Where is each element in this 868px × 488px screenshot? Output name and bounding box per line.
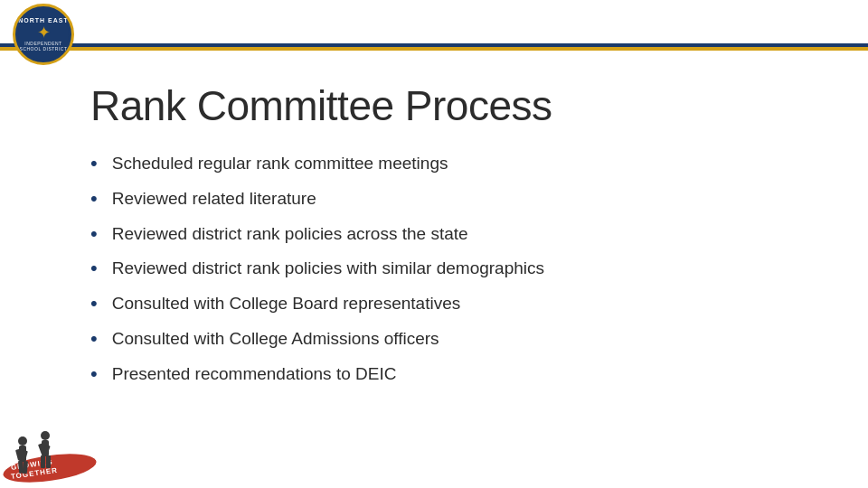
svg-rect-13 xyxy=(41,455,45,468)
bullet-icon: • xyxy=(90,290,98,318)
list-item: • Reviewed district rank policies with s… xyxy=(90,257,814,283)
list-item: • Reviewed district rank policies across… xyxy=(90,222,814,249)
badge-svg: GROWING TOGETHER xyxy=(0,389,118,488)
bullet-text: Reviewed district rank policies with sim… xyxy=(112,257,544,281)
bullet-text: Consulted with College Board representat… xyxy=(112,292,461,316)
bullet-icon: • xyxy=(90,150,98,178)
logo-circle: NORTH EAST ✦ INDEPENDENT SCHOOL DISTRICT xyxy=(13,4,74,65)
svg-rect-14 xyxy=(46,455,51,468)
bullet-text: Presented recommendations to DEIC xyxy=(112,362,397,387)
bullet-icon: • xyxy=(90,255,98,283)
header-bar xyxy=(0,0,868,47)
logo-text-bottom: INDEPENDENT SCHOOL DISTRICT xyxy=(18,41,69,52)
logo-inner: NORTH EAST ✦ INDEPENDENT SCHOOL DISTRICT xyxy=(18,9,69,60)
bottom-image: GROWING TOGETHER xyxy=(0,389,118,488)
bullet-text: Consulted with College Admissions office… xyxy=(112,327,439,352)
bullet-icon: • xyxy=(90,185,98,213)
list-item: • Consulted with College Board represent… xyxy=(90,292,814,318)
svg-point-3 xyxy=(18,436,27,446)
bullet-list: • Scheduled regular rank committee meeti… xyxy=(90,152,814,389)
bullet-icon: • xyxy=(90,325,98,353)
logo-container: NORTH EAST ✦ INDEPENDENT SCHOOL DISTRICT xyxy=(13,4,76,67)
growing-badge: GROWING TOGETHER xyxy=(0,398,108,488)
bullet-text: Reviewed related literature xyxy=(112,187,316,211)
main-content: Rank Committee Process • Scheduled regul… xyxy=(0,63,868,488)
list-item: • Reviewed related literature xyxy=(90,187,814,213)
list-item: • Scheduled regular rank committee meeti… xyxy=(90,152,814,178)
bullet-icon: • xyxy=(90,361,98,389)
bullet-text: Reviewed district rank policies across t… xyxy=(112,222,468,247)
list-item: • Presented recommendations to DEIC xyxy=(90,362,814,389)
list-item: • Consulted with College Admissions offi… xyxy=(90,327,814,353)
slide-title: Rank Committee Process xyxy=(90,81,814,130)
bullet-text: Scheduled regular rank committee meeting… xyxy=(112,152,448,176)
bullet-icon: • xyxy=(90,221,98,249)
svg-point-9 xyxy=(41,431,50,440)
logo-compass-icon: ✦ xyxy=(37,24,51,41)
